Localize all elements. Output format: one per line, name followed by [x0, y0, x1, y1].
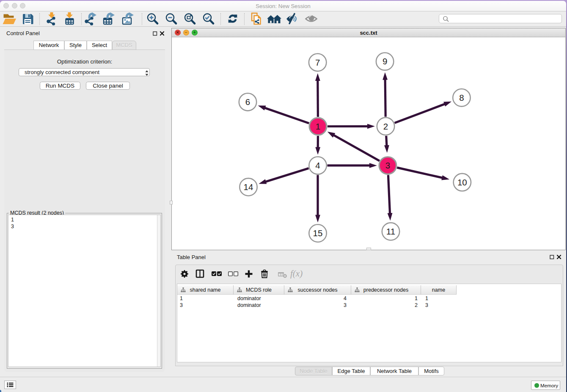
svg-text:11: 11	[386, 226, 395, 236]
svg-text:8: 8	[459, 93, 464, 102]
svg-text:2: 2	[383, 121, 388, 131]
svg-text:9: 9	[383, 56, 387, 66]
svg-text:6: 6	[245, 97, 250, 107]
svg-text:7: 7	[315, 58, 320, 67]
svg-text:4: 4	[315, 160, 320, 170]
svg-text:14: 14	[244, 182, 253, 192]
svg-text:1: 1	[316, 121, 320, 131]
svg-text:3: 3	[385, 160, 390, 170]
svg-text:15: 15	[313, 228, 323, 238]
svg-text:10: 10	[457, 177, 467, 187]
